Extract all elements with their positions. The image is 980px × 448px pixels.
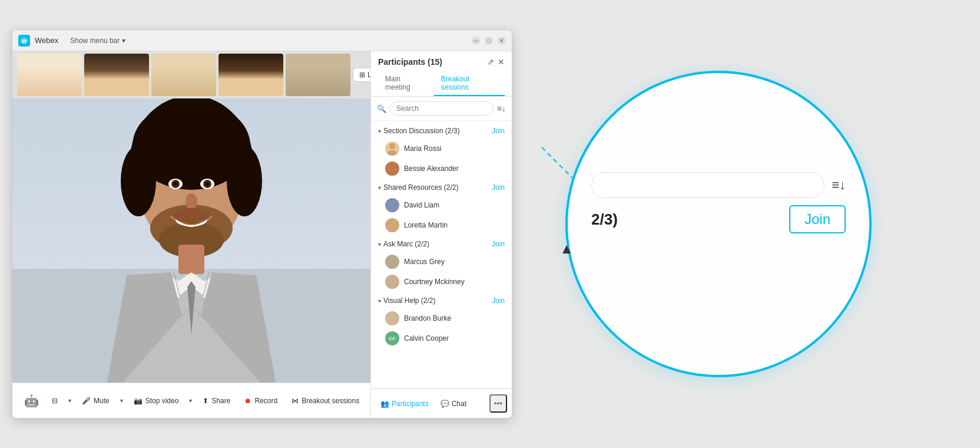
participants-icon: 👥 — [380, 400, 389, 408]
session-join-button[interactable]: Join — [492, 127, 505, 135]
svg-point-25 — [387, 227, 398, 232]
sort-icon[interactable]: ≡↓ — [497, 104, 506, 113]
layout-icon: ⊞ — [359, 71, 365, 79]
svg-point-6 — [227, 146, 262, 216]
maximize-button[interactable]: □ — [485, 37, 493, 45]
participant-name-loretta-martin: Loretta Martin — [404, 221, 448, 229]
show-menu-bar-button[interactable]: Show menu bar ▾ — [70, 37, 125, 45]
search-input[interactable] — [390, 101, 494, 116]
stop-video-chevron-icon[interactable]: ▾ — [187, 395, 194, 406]
session-visual-help: ▾ Visual Help (2/2) Join Brand — [371, 293, 512, 348]
app-title: Webex — [35, 36, 58, 45]
participant-david-liam: David Liam — [371, 195, 512, 215]
stop-video-button[interactable]: 📷 Stop video — [128, 393, 185, 409]
participant-brandon-burke: Brandon Burke — [371, 308, 512, 328]
session-shared-resources: ▾ Shared Resources (2/2) Join — [371, 180, 512, 235]
panel-header: Participants (15) ⇗ ✕ Main meeting Break… — [371, 51, 512, 97]
session-join-button[interactable]: Join — [492, 240, 505, 248]
participant-loretta-martin: Loretta Martin — [371, 215, 512, 235]
panel-more-button[interactable]: ••• — [489, 394, 507, 413]
more-dots-icon: ••• — [494, 399, 502, 408]
svg-rect-17 — [178, 245, 204, 274]
svg-point-26 — [389, 256, 395, 262]
session-name: Visual Help (2/2) — [383, 297, 492, 305]
zoom-search-row: ≡↓ — [591, 172, 846, 198]
share-button[interactable]: ⬆ Share — [197, 393, 236, 409]
chat-tab-button[interactable]: 💬 Chat — [436, 396, 471, 411]
svg-point-31 — [387, 320, 398, 325]
avatar-loretta-martin — [385, 218, 399, 232]
participant-bessie-alexander: Bessie Alexander — [371, 159, 512, 179]
record-icon: ⏺ — [244, 397, 251, 405]
content-area: ⊞ Layout — [12, 51, 512, 418]
close-button[interactable]: ✕ — [498, 37, 506, 45]
svg-point-24 — [389, 220, 395, 226]
session-name: Ask Marc (2/2) — [383, 240, 492, 248]
session-shared-resources-header[interactable]: ▾ Shared Resources (2/2) Join — [371, 180, 512, 195]
session-section-discussion: ▾ Section Discussion (2/3) Join — [371, 123, 512, 179]
mute-chevron-icon[interactable]: ▾ — [118, 395, 125, 406]
thumbnail-3[interactable] — [151, 54, 216, 96]
session-join-button[interactable]: Join — [492, 297, 505, 305]
video-section: ⊞ Layout — [12, 51, 370, 418]
svg-point-28 — [389, 276, 395, 282]
session-chevron-icon: ▾ — [378, 128, 381, 134]
session-join-button[interactable]: Join — [492, 183, 505, 192]
session-ask-marc-header[interactable]: ▾ Ask Marc (2/2) Join — [371, 236, 512, 252]
search-bar: 🔍 ≡↓ — [371, 97, 512, 121]
panel-bottom-bar: 👥 Participants 💬 Chat ••• — [371, 388, 512, 418]
search-icon: 🔍 — [377, 104, 386, 113]
session-visual-help-header[interactable]: ▾ Visual Help (2/2) Join — [371, 293, 512, 308]
record-button[interactable]: ⏺ Record — [239, 393, 283, 409]
zoom-join-button[interactable]: Join — [789, 205, 846, 233]
pop-out-button[interactable]: ⇗ — [487, 57, 494, 67]
main-speaker-video — [80, 98, 303, 383]
svg-point-5 — [121, 146, 156, 216]
svg-point-22 — [389, 200, 395, 206]
svg-point-23 — [387, 207, 398, 212]
avatar-brandon-burke — [385, 311, 399, 325]
svg-point-29 — [387, 284, 398, 289]
zoom-search-input[interactable] — [591, 172, 825, 198]
thumbnail-2[interactable] — [84, 54, 149, 96]
share-icon: ⬆ — [203, 397, 208, 405]
zoom-sort-icon[interactable]: ≡↓ — [832, 177, 846, 193]
svg-point-19 — [387, 150, 398, 156]
zoom-circle: ≡↓ 2/3) Join ▲ — [565, 71, 872, 377]
participants-list: ▾ Section Discussion (2/3) Join — [371, 121, 512, 388]
session-name: Shared Resources (2/2) — [383, 183, 492, 192]
tab-breakout-sessions[interactable]: Breakout sessions — [434, 71, 505, 96]
svg-point-18 — [389, 143, 395, 149]
participant-calvin-cooper: CC Calvin Cooper — [371, 328, 512, 348]
breakout-sessions-button[interactable]: ⋈ Breakout sessions — [286, 393, 365, 409]
participant-name-calvin-cooper: Calvin Cooper — [404, 334, 449, 342]
layout-button[interactable]: ⊞ Layout — [353, 68, 370, 82]
cursor-icon: ▲ — [559, 241, 574, 257]
participant-name-david-liam: David Liam — [404, 201, 439, 209]
thumbnail-5[interactable] — [286, 54, 350, 96]
tab-main-meeting[interactable]: Main meeting — [378, 71, 434, 96]
session-name: Section Discussion (2/3) — [383, 127, 492, 135]
participant-maria-rossi: Maria Rossi — [371, 139, 512, 159]
avatar-marcus-grey — [385, 255, 399, 269]
minimize-button[interactable]: — — [472, 37, 480, 45]
chat-icon: 💬 — [441, 400, 449, 408]
thumbnail-4[interactable] — [218, 54, 283, 96]
session-section-discussion-header[interactable]: ▾ Section Discussion (2/3) Join — [371, 123, 512, 139]
avatar-david-liam — [385, 198, 399, 212]
svg-point-27 — [387, 263, 398, 269]
participant-marcus-grey: Marcus Grey — [371, 252, 512, 272]
caption-button[interactable]: ⊟ — [46, 393, 64, 409]
mute-button[interactable]: 🎤 Mute — [76, 393, 115, 409]
webex-logo-icon: W — [18, 35, 30, 47]
svg-text:W: W — [22, 38, 27, 44]
session-ask-marc: ▾ Ask Marc (2/2) Join Marcus G — [371, 236, 512, 292]
participants-tab-button[interactable]: 👥 Participants — [376, 396, 433, 411]
caption-chevron-icon[interactable]: ▾ — [66, 395, 74, 406]
participant-name-marcus-grey: Marcus Grey — [404, 258, 445, 266]
panel-title: Participants (15) — [378, 57, 442, 67]
panel-close-button[interactable]: ✕ — [498, 57, 505, 67]
thumbnail-1[interactable] — [17, 54, 82, 96]
session-chevron-icon: ▾ — [378, 185, 381, 191]
ai-assistant-button[interactable]: 🤖 — [19, 391, 44, 410]
